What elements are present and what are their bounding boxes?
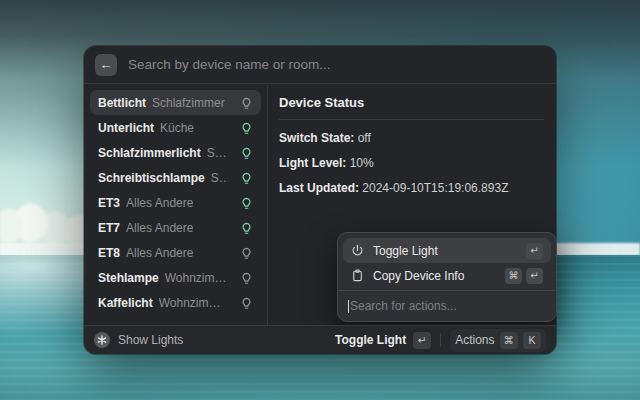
enter-key-badge: ↵ xyxy=(413,332,431,349)
device-list-item[interactable]: SchlafzimmerlichtSchlafzimmer xyxy=(90,140,261,165)
device-name: ET8 xyxy=(98,246,120,260)
action-item[interactable]: Toggle Light↵ xyxy=(343,238,551,263)
actions-label: Actions xyxy=(455,333,494,347)
device-room: Schlafzimmer xyxy=(152,96,225,110)
lightbulb-icon xyxy=(240,246,253,259)
actions-button[interactable]: Actions ⌘ K xyxy=(450,329,546,352)
device-room: Alles Andere xyxy=(126,246,193,260)
back-button[interactable]: ← xyxy=(95,54,117,76)
lightbulb-icon xyxy=(240,196,253,209)
device-list-item[interactable]: UnterlichtKüche xyxy=(90,115,261,140)
device-list-item[interactable]: BettlichtSchlafzimmer xyxy=(90,90,261,115)
action-search-row xyxy=(338,291,556,321)
device-room: Schlafzimmer xyxy=(207,146,228,160)
power-icon xyxy=(351,244,364,257)
launcher-window: ← BettlichtSchlafzimmerUnterlichtKücheSc… xyxy=(84,46,556,354)
extension-name: Show Lights xyxy=(118,333,183,347)
lightbulb-icon xyxy=(240,221,253,234)
device-name: Unterlicht xyxy=(98,121,154,135)
action-item[interactable]: Copy Device Info⌘↵ xyxy=(343,263,551,288)
action-item-label: Copy Device Info xyxy=(373,269,464,283)
action-item-label: Toggle Light xyxy=(373,244,438,258)
key-badge: ↵ xyxy=(526,268,543,284)
detail-divider xyxy=(279,119,544,120)
action-items: Toggle Light↵Copy Device Info⌘↵ xyxy=(338,233,556,290)
device-room: Schlafzimmer xyxy=(211,171,228,185)
device-list: BettlichtSchlafzimmerUnterlichtKücheSchl… xyxy=(84,85,267,325)
device-list-item[interactable]: ET8Alles Andere xyxy=(90,240,261,265)
detail-title: Device Status xyxy=(279,95,544,110)
text-caret xyxy=(348,300,349,313)
footer-separator xyxy=(440,333,441,347)
lightbulb-icon xyxy=(240,271,253,284)
device-list-item[interactable]: SchreibtischlampeSchlafzimmer xyxy=(90,165,261,190)
device-name: ET7 xyxy=(98,221,120,235)
cmd-key-badge: ⌘ xyxy=(500,332,519,349)
device-room: Alles Andere xyxy=(126,196,193,210)
detail-field: Last Updated: 2024-09-10T15:19:06.893Z xyxy=(279,181,544,195)
extension-flower-icon xyxy=(94,332,110,348)
device-name: ET3 xyxy=(98,196,120,210)
lightbulb-icon xyxy=(240,171,253,184)
lightbulb-icon xyxy=(240,296,253,309)
lightbulb-icon xyxy=(240,146,253,159)
action-search-input[interactable] xyxy=(350,299,546,313)
device-name: Bettlicht xyxy=(98,96,146,110)
device-room: Alles Andere xyxy=(126,221,193,235)
primary-action-button[interactable]: Toggle Light xyxy=(335,333,406,347)
search-bar: ← xyxy=(84,46,556,84)
lightbulb-icon xyxy=(240,96,253,109)
lightbulb-icon xyxy=(240,121,253,134)
device-list-item[interactable]: StehlampeWohnzimmer xyxy=(90,265,261,290)
device-list-item[interactable]: KaffelichtWohnzimmer xyxy=(90,290,261,315)
device-room: Küche xyxy=(160,121,194,135)
key-badge: ↵ xyxy=(526,243,543,259)
device-room: Wohnzimmer xyxy=(159,296,228,310)
k-key-badge: K xyxy=(523,332,541,349)
search-input[interactable] xyxy=(128,57,545,72)
device-list-item[interactable]: ET3Alles Andere xyxy=(90,190,261,215)
key-badge: ⌘ xyxy=(505,268,522,284)
detail-field: Light Level: 10% xyxy=(279,156,544,170)
detail-fields: Switch State: offLight Level: 10%Last Up… xyxy=(279,131,544,195)
device-room: Wohnzimmer xyxy=(165,271,228,285)
clipboard-icon xyxy=(351,269,364,282)
device-name: Schreibtischlampe xyxy=(98,171,205,185)
device-name: Stehlampe xyxy=(98,271,159,285)
device-name: Kaffelicht xyxy=(98,296,153,310)
footer-bar: Show Lights Toggle Light ↵ Actions ⌘ K xyxy=(84,325,556,354)
device-list-item[interactable]: ET7Alles Andere xyxy=(90,215,261,240)
action-panel: Toggle Light↵Copy Device Info⌘↵ xyxy=(337,232,557,322)
device-name: Schlafzimmerlicht xyxy=(98,146,201,160)
detail-field: Switch State: off xyxy=(279,131,544,145)
